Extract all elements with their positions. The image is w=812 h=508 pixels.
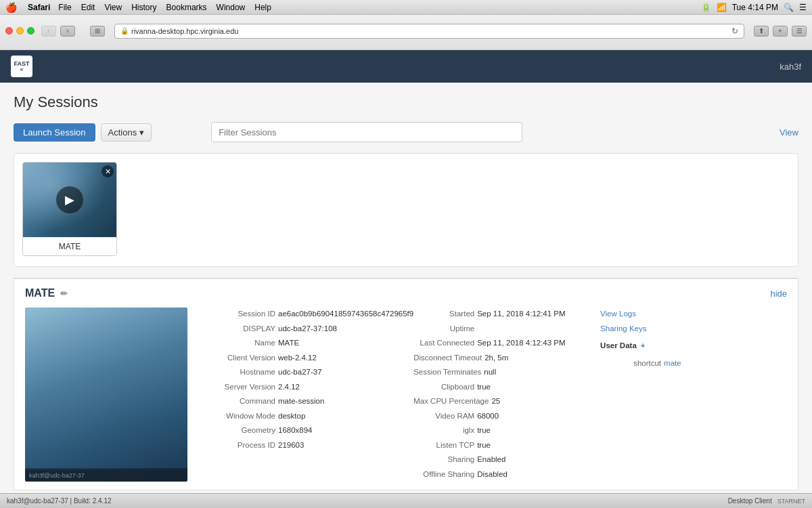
extensions-button[interactable]: ☰ <box>792 26 807 37</box>
sharing-label: Sharing <box>413 453 474 467</box>
user-data-label: User Data <box>600 339 637 353</box>
server-version-value: 2.4.12 <box>278 381 300 394</box>
hide-details-link[interactable]: hide <box>770 289 787 299</box>
process-id-label: Process ID <box>201 439 275 452</box>
details-title: MATE ✏ <box>25 287 68 299</box>
reload-button[interactable]: ↻ <box>731 26 738 36</box>
disconnect-timeout-label: Disconnect Timeout <box>413 352 482 365</box>
menu-help[interactable]: Help <box>254 3 271 12</box>
uptime-label: Uptime <box>413 322 474 336</box>
iglx-label: iglx <box>413 424 474 438</box>
wifi-icon: 📶 <box>717 3 727 12</box>
app-header: FAST ✕ kah3f <box>0 50 812 83</box>
sharing-keys-link[interactable]: Sharing Keys <box>600 322 646 336</box>
session-terminates-value: null <box>484 366 496 379</box>
geometry-value: 1680x894 <box>278 424 313 438</box>
ssl-lock-icon: 🔒 <box>120 27 129 35</box>
bottom-status-bar: kah3f@udc-ba27-37 | Build: 2.4.12 Deskto… <box>0 493 812 508</box>
details-header: MATE ✏ hide <box>25 287 787 299</box>
forward-button[interactable]: › <box>60 26 75 37</box>
page-title: My Sessions <box>14 93 798 111</box>
details-grid: kah3f@udc-ba27-37 Session ID ae6ac0b9b69… <box>25 308 787 482</box>
toolbar: Launch Session Actions ▾ View <box>14 122 798 142</box>
max-cpu-label: Max CPU Percentage <box>413 395 489 408</box>
last-connected-value: Sep 11, 2018 4:12:43 PM <box>477 337 565 350</box>
menu-window[interactable]: Window <box>217 3 246 12</box>
maximize-window-button[interactable] <box>27 27 35 35</box>
browser-chrome: ‹ › ⊞ 🔒 rivanna-desktop.hpc.virginia.edu… <box>0 15 812 50</box>
filter-sessions-input[interactable] <box>211 122 522 142</box>
menu-bookmarks[interactable]: Bookmarks <box>166 3 207 12</box>
command-value: mate-session <box>278 395 324 408</box>
starnet-logo: STARNET <box>777 498 805 505</box>
details-info: Session ID ae6ac0b9b69041859743658c47296… <box>201 308 787 482</box>
play-session-button[interactable]: ▶ <box>56 186 83 213</box>
offline-sharing-label: Offline Sharing <box>413 468 474 482</box>
edit-session-icon[interactable]: ✏ <box>60 289 68 299</box>
command-label: Command <box>201 395 275 408</box>
display-label: DISPLAY <box>201 322 275 336</box>
details-screenshot: kah3f@udc-ba27-37 <box>25 308 187 482</box>
menu-file[interactable]: File <box>58 3 71 12</box>
user-data-add-icon[interactable]: + <box>641 339 646 353</box>
launch-session-button[interactable]: Launch Session <box>14 123 95 142</box>
app-user: kah3f <box>780 62 801 72</box>
session-id-label: Session ID <box>201 308 275 321</box>
share-button[interactable]: ⬆ <box>754 26 769 37</box>
video-ram-value: 68000 <box>477 410 499 423</box>
shortcut-label: shortcut <box>600 357 661 371</box>
status-text: kah3f@udc-ba27-37 | Build: 2.4.12 <box>7 497 112 505</box>
listen-tcp-label: Listen TCP <box>413 439 474 452</box>
app-name[interactable]: Safari <box>28 3 50 12</box>
actions-chevron-icon: ▾ <box>139 127 144 137</box>
address-bar[interactable]: 🔒 rivanna-desktop.hpc.virginia.edu ↻ <box>114 24 744 39</box>
process-id-value: 219603 <box>278 439 304 452</box>
max-cpu-value: 25 <box>491 395 500 408</box>
minimize-window-button[interactable] <box>16 27 24 35</box>
new-tab-button[interactable]: + <box>773 26 788 37</box>
window-mode-label: Window Mode <box>201 410 275 423</box>
hostname-value: udc-ba27-37 <box>278 366 322 379</box>
started-label: Started <box>413 308 474 321</box>
name-label: Name <box>201 337 275 350</box>
name-value: MATE <box>278 337 299 350</box>
hostname-label: Hostname <box>201 366 275 379</box>
clipboard-label: Clipboard <box>413 381 474 394</box>
page-content: My Sessions Launch Session Actions ▾ Vie… <box>0 83 812 493</box>
window-mode-value: desktop <box>278 410 305 423</box>
video-ram-label: Video RAM <box>413 410 474 423</box>
shortcut-link[interactable]: mate <box>664 357 681 371</box>
menu-view[interactable]: View <box>104 3 122 12</box>
clipboard-value: true <box>477 381 491 394</box>
desktop-client-label[interactable]: Desktop Client <box>728 497 772 505</box>
menu-edit[interactable]: Edit <box>81 3 95 12</box>
battery-icon: 🔋 <box>701 3 711 12</box>
iglx-value: true <box>477 424 491 438</box>
view-link[interactable]: View <box>780 127 798 137</box>
control-center-icon[interactable]: ☰ <box>799 3 807 12</box>
sidebar-button[interactable]: ⊞ <box>90 26 105 37</box>
logo-icon: FAST ✕ <box>11 56 32 77</box>
close-session-button[interactable]: ✕ <box>102 165 114 177</box>
back-button[interactable]: ‹ <box>41 26 56 37</box>
actions-button[interactable]: Actions ▾ <box>101 123 152 142</box>
session-thumbnail: ✕ ▶ <box>23 163 116 237</box>
server-version-label: Server Version <box>201 381 275 394</box>
close-window-button[interactable] <box>5 27 13 35</box>
geometry-label: Geometry <box>201 424 275 438</box>
menu-history[interactable]: History <box>131 3 156 12</box>
apple-menu[interactable]: 🍎 <box>5 2 17 13</box>
session-terminates-label: Session Terminates <box>413 366 481 379</box>
last-connected-label: Last Connected <box>413 337 474 350</box>
details-panel: MATE ✏ hide kah3f@udc-ba27-37 Session I <box>14 278 798 490</box>
listen-tcp-value: true <box>477 439 491 452</box>
view-logs-link[interactable]: View Logs <box>600 308 636 321</box>
offline-sharing-value: Disabled <box>477 468 508 482</box>
session-id-value: ae6ac0b9b69041859743658c472965f9 <box>278 308 413 321</box>
details-session-name: MATE <box>25 287 55 299</box>
search-icon[interactable]: 🔍 <box>784 3 794 12</box>
session-name-label: MATE <box>23 237 116 255</box>
session-card-mate: ✕ ▶ MATE <box>22 162 117 256</box>
url-text: rivanna-desktop.hpc.virginia.edu <box>131 27 238 35</box>
display-value: udc-ba27-37:108 <box>278 322 337 336</box>
